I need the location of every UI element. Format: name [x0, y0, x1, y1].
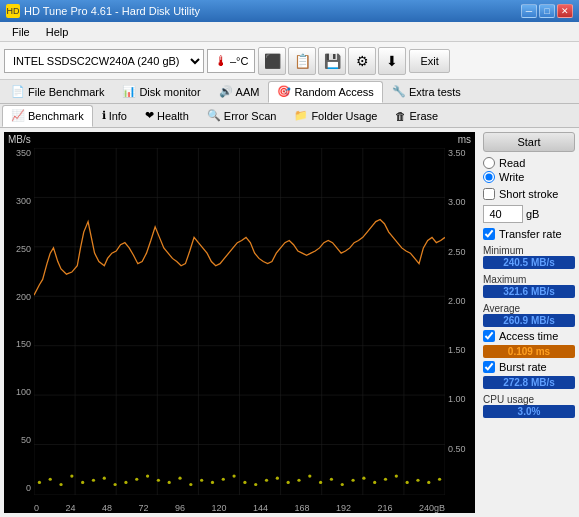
health-icon: ❤ [145, 109, 154, 122]
tab-file-benchmark-label: File Benchmark [28, 86, 104, 98]
svg-point-29 [146, 474, 149, 477]
svg-point-21 [59, 483, 62, 486]
maximize-button[interactable]: □ [539, 4, 555, 18]
write-radio[interactable] [483, 171, 495, 183]
tab-file-benchmark[interactable]: 📄 File Benchmark [2, 81, 113, 103]
x-96: 96 [175, 503, 185, 513]
minimize-button[interactable]: ─ [521, 4, 537, 18]
cpu-usage-label: CPU usage [483, 394, 575, 405]
app-title: HD Tune Pro 4.61 - Hard Disk Utility [24, 5, 200, 17]
tab-erase[interactable]: 🗑 Erase [386, 105, 447, 127]
chart-y-label-right: ms [458, 134, 471, 145]
save-icon-btn[interactable]: 💾 [318, 47, 346, 75]
tab-info[interactable]: ℹ Info [93, 105, 136, 127]
x-168: 168 [294, 503, 309, 513]
copy-icon-btn[interactable]: ⬛ [258, 47, 286, 75]
minimum-value: 240.5 MB/s [483, 256, 575, 269]
tab-random-access-label: Random Access [294, 86, 373, 98]
x-0: 0 [34, 503, 39, 513]
access-time-value: 0.109 ms [483, 345, 575, 358]
average-value: 260.9 MB/s [483, 314, 575, 327]
extra-tests-icon: 🔧 [392, 85, 406, 98]
tab-aam[interactable]: 🔊 AAM [210, 81, 269, 103]
tab-disk-monitor[interactable]: 📊 Disk monitor [113, 81, 209, 103]
x-192: 192 [336, 503, 351, 513]
svg-point-35 [211, 481, 214, 484]
tab-extra-tests[interactable]: 🔧 Extra tests [383, 81, 470, 103]
y-right-150: 1.50 [448, 345, 466, 355]
write-radio-row: Write [483, 171, 575, 183]
y-right-250: 2.50 [448, 247, 466, 257]
help-menu[interactable]: Help [38, 24, 77, 40]
svg-point-32 [178, 477, 181, 480]
y-left-200: 200 [16, 292, 31, 302]
read-write-radio-group: Read Write [483, 157, 575, 183]
disk-selector[interactable]: INTEL SSDSC2CW240A (240 gB) [4, 49, 204, 73]
exit-button[interactable]: Exit [409, 49, 449, 73]
svg-point-26 [113, 483, 116, 486]
y-left-250: 250 [16, 244, 31, 254]
svg-point-31 [168, 481, 171, 484]
tab-benchmark-label: Benchmark [28, 110, 84, 122]
svg-point-48 [351, 479, 354, 482]
tab-error-scan-label: Error Scan [224, 110, 277, 122]
short-stroke-checkbox[interactable] [483, 188, 495, 200]
tab-health[interactable]: ❤ Health [136, 105, 198, 127]
burst-rate-checkbox[interactable] [483, 361, 495, 373]
svg-point-51 [384, 478, 387, 481]
folder-usage-icon: 📁 [294, 109, 308, 122]
tab-benchmark[interactable]: 📈 Benchmark [2, 105, 93, 127]
y-right-050: 0.50 [448, 444, 466, 454]
chart-svg [34, 148, 445, 495]
read-radio[interactable] [483, 157, 495, 169]
x-24: 24 [65, 503, 75, 513]
menu-bar: File Help [0, 22, 579, 42]
cpu-usage-section: CPU usage 3.0% [483, 392, 575, 418]
disk-monitor-icon: 📊 [122, 85, 136, 98]
tab-error-scan[interactable]: 🔍 Error Scan [198, 105, 286, 127]
chart-plot [34, 148, 445, 495]
average-section: Average 260.9 MB/s [483, 301, 575, 327]
svg-point-44 [308, 474, 311, 477]
settings-icon-btn[interactable]: ⚙ [348, 47, 376, 75]
y-axis-left: 350 300 250 200 150 100 50 0 [4, 148, 34, 493]
access-time-checkbox[interactable] [483, 330, 495, 342]
svg-point-33 [189, 483, 192, 486]
read-radio-row: Read [483, 157, 575, 169]
burst-rate-value: 272.8 MB/s [483, 376, 575, 389]
cpu-usage-value: 3.0% [483, 405, 575, 418]
svg-point-40 [265, 479, 268, 482]
svg-point-23 [81, 481, 84, 484]
transfer-rate-checkbox[interactable] [483, 228, 495, 240]
transfer-rate-row: Transfer rate [483, 228, 575, 240]
primary-tabs: 📄 File Benchmark 📊 Disk monitor 🔊 AAM 🎯 … [0, 80, 579, 104]
svg-point-52 [395, 474, 398, 477]
tab-health-label: Health [157, 110, 189, 122]
block-size-spinbox[interactable]: 40 [483, 205, 523, 223]
download-icon-btn[interactable]: ⬇ [378, 47, 406, 75]
file-menu[interactable]: File [4, 24, 38, 40]
maximum-value: 321.6 MB/s [483, 285, 575, 298]
close-button[interactable]: ✕ [557, 4, 573, 18]
tab-folder-usage[interactable]: 📁 Folder Usage [285, 105, 386, 127]
svg-point-53 [406, 481, 409, 484]
svg-point-37 [232, 474, 235, 477]
y-left-350: 350 [16, 148, 31, 158]
svg-point-41 [276, 477, 279, 480]
start-button[interactable]: Start [483, 132, 575, 152]
svg-point-55 [427, 481, 430, 484]
x-48: 48 [102, 503, 112, 513]
y-left-0: 0 [26, 483, 31, 493]
file-benchmark-icon: 📄 [11, 85, 25, 98]
error-scan-icon: 🔍 [207, 109, 221, 122]
burst-rate-label: Burst rate [499, 361, 547, 373]
y-left-150: 150 [16, 339, 31, 349]
access-time-row: Access time [483, 330, 575, 342]
chart-area: MB/s ms 350 300 250 200 150 100 50 0 3.5… [4, 132, 475, 513]
app-icon: HD [6, 4, 20, 18]
tab-random-access[interactable]: 🎯 Random Access [268, 81, 382, 103]
svg-point-56 [438, 478, 441, 481]
chart-y-label: MB/s [8, 134, 31, 145]
info-icon-btn[interactable]: 📋 [288, 47, 316, 75]
x-72: 72 [138, 503, 148, 513]
